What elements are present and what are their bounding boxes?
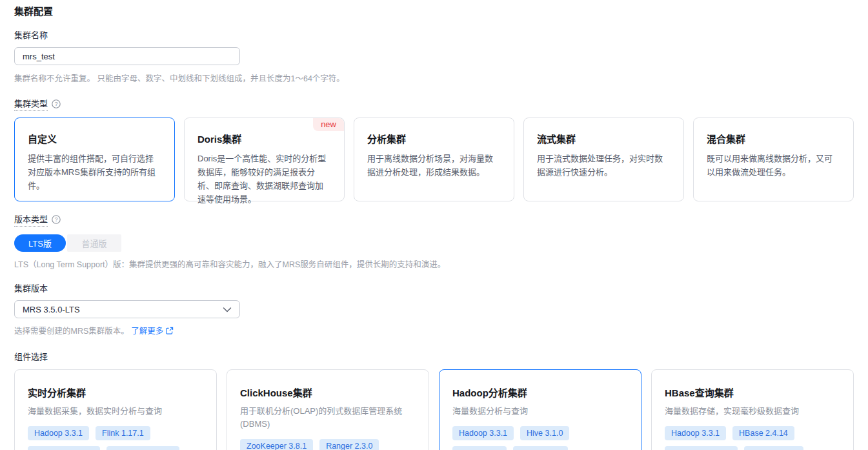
- card-title: 分析集群: [367, 132, 501, 145]
- new-badge: new: [313, 118, 344, 131]
- card-desc: 海量数据分析与查询: [452, 405, 628, 418]
- card-desc: Doris是一个高性能、实时的分析型数据库，能够较好的满足报表分析、即席查询、数…: [197, 152, 331, 206]
- component-cards: 实时分析集群 海量数据采集，数据实时分析与查询 Hadoop 3.3.1Flin…: [14, 369, 854, 450]
- component-version-tag: Flink 1.17.1: [513, 446, 568, 450]
- component-card-realtime-analysis[interactable]: 实时分析集群 海量数据采集，数据实时分析与查询 Hadoop 3.3.1Flin…: [14, 369, 217, 450]
- cluster-version-label: 集群版本: [14, 281, 854, 294]
- component-version-tag: Kafka 2.12-3.6.1: [28, 446, 100, 450]
- card-desc: 既可以用来做离线数据分析，又可以用来做流处理任务。: [707, 152, 840, 179]
- card-desc: 海量数据采集，数据实时分析与查询: [28, 405, 203, 418]
- component-card-hbase-query[interactable]: HBase查询集群 海量数据存储，实现毫秒级数据查询 Hadoop 3.3.1H…: [651, 369, 854, 450]
- learn-more-link[interactable]: 了解更多: [131, 327, 163, 336]
- card-desc: 用于流式数据处理任务，对实时数据源进行快速分析。: [537, 152, 671, 179]
- card-title: HBase查询集群: [665, 385, 840, 399]
- component-version-tag: Ranger 2.3.0: [319, 439, 379, 450]
- component-version-tag: Hadoop 3.3.1: [452, 426, 514, 440]
- svg-text:?: ?: [55, 101, 58, 107]
- version-type-lts-button[interactable]: LTS版: [14, 234, 66, 252]
- card-title: ClickHouse集群: [240, 385, 416, 399]
- component-tags: Hadoop 3.3.1Hive 3.1.0Spark 3.3.1Flink 1…: [452, 426, 628, 450]
- component-version-tag: Hive 3.1.0: [520, 426, 569, 440]
- component-card-hadoop-analysis[interactable]: Hadoop分析集群 海量数据分析与查询 Hadoop 3.3.1Hive 3.…: [439, 369, 641, 450]
- card-title: 实时分析集群: [28, 385, 203, 399]
- component-version-tag: HBase 2.4.14: [732, 426, 794, 440]
- help-icon[interactable]: ?: [52, 215, 61, 224]
- component-tags: Hadoop 3.3.1Flink 1.17.1Kafka 2.12-3.6.1…: [28, 426, 203, 450]
- card-title: Doris集群: [197, 132, 331, 145]
- cluster-config-page: 集群配置 集群名称 集群名称不允许重复。 只能由字母、数字、中划线和下划线组成，…: [0, 0, 868, 450]
- component-version-tag: Flink 1.17.1: [96, 426, 150, 440]
- svg-text:?: ?: [55, 216, 58, 223]
- component-version-tag: Ranger 2.3.0: [744, 446, 803, 450]
- external-link-icon: [165, 328, 174, 337]
- cluster-type-card-doris[interactable]: new Doris集群 Doris是一个高性能、实时的分析型数据库，能够较好的满…: [184, 118, 345, 201]
- page-title: 集群配置: [14, 4, 854, 17]
- cluster-name-hint: 集群名称不允许重复。 只能由字母、数字、中划线和下划线组成，并且长度为1～64个…: [14, 72, 854, 84]
- version-type-toggle: LTS版 普通版: [14, 234, 854, 252]
- chevron-down-icon: [223, 305, 232, 314]
- card-title: 混合集群: [707, 132, 840, 145]
- component-version-tag: Spark 3.3.1: [452, 446, 507, 450]
- card-desc: 海量数据存储，实现毫秒级数据查询: [665, 405, 840, 418]
- component-tags: ZooKeeper 3.8.1Ranger 2.3.0ClickHouse 23…: [240, 439, 416, 450]
- cluster-type-cards: 自定义 提供丰富的组件搭配，可自行选择对应版本MRS集群所支持的所有组件。 ne…: [14, 118, 854, 201]
- component-version-tag: ZooKeeper 3.8.1: [240, 439, 313, 450]
- component-version-tag: ZooKeeper 3.8.1: [106, 446, 179, 450]
- version-type-label: 版本类型 ?: [14, 212, 854, 227]
- cluster-type-card-streaming[interactable]: 流式集群 用于流式数据处理任务，对实时数据源进行快速分析。: [523, 118, 684, 201]
- card-desc: 用于离线数据分析场景，对海量数据进分析处理，形成结果数据。: [367, 152, 501, 179]
- cluster-type-card-custom[interactable]: 自定义 提供丰富的组件搭配，可自行选择对应版本MRS集群所支持的所有组件。: [14, 118, 175, 201]
- version-type-hint: LTS（Long Term Support）版：集群提供更强的高可靠和容灾能力，…: [14, 258, 854, 270]
- component-version-tag: Hadoop 3.3.1: [665, 426, 726, 440]
- cluster-version-select[interactable]: MRS 3.5.0-LTS: [14, 300, 240, 318]
- card-desc: 用于联机分析(OLAP)的列式数据库管理系统(DBMS): [240, 405, 416, 431]
- cluster-version-value: MRS 3.5.0-LTS: [23, 305, 80, 314]
- cluster-name-label: 集群名称: [14, 28, 854, 41]
- cluster-type-card-hybrid[interactable]: 混合集群 既可以用来做离线数据分析，又可以用来做流处理任务。: [693, 118, 854, 201]
- cluster-type-card-analysis[interactable]: 分析集群 用于离线数据分析场景，对海量数据进分析处理，形成结果数据。: [354, 118, 514, 201]
- component-card-clickhouse[interactable]: ClickHouse集群 用于联机分析(OLAP)的列式数据库管理系统(DBMS…: [227, 369, 429, 450]
- cluster-version-hint-row: 选择需要创建的MRS集群版本。 了解更多: [14, 324, 854, 337]
- cluster-type-label: 集群类型 ?: [14, 97, 854, 111]
- help-icon[interactable]: ?: [52, 99, 61, 108]
- component-version-tag: ZooKeeper 3.8.1: [665, 446, 738, 450]
- card-title: 流式集群: [537, 132, 671, 145]
- component-version-tag: Hadoop 3.3.1: [28, 426, 89, 440]
- card-title: 自定义: [28, 132, 161, 145]
- component-selection-label: 组件选择: [14, 350, 854, 362]
- card-desc: 提供丰富的组件搭配，可自行选择对应版本MRS集群所支持的所有组件。: [28, 152, 161, 192]
- component-tags: Hadoop 3.3.1HBase 2.4.14ZooKeeper 3.8.1R…: [665, 426, 840, 450]
- card-title: Hadoop分析集群: [452, 385, 628, 399]
- cluster-name-input[interactable]: [14, 47, 240, 65]
- version-type-normal-button[interactable]: 普通版: [67, 234, 121, 252]
- cluster-version-hint: 选择需要创建的MRS集群版本。: [14, 327, 129, 336]
